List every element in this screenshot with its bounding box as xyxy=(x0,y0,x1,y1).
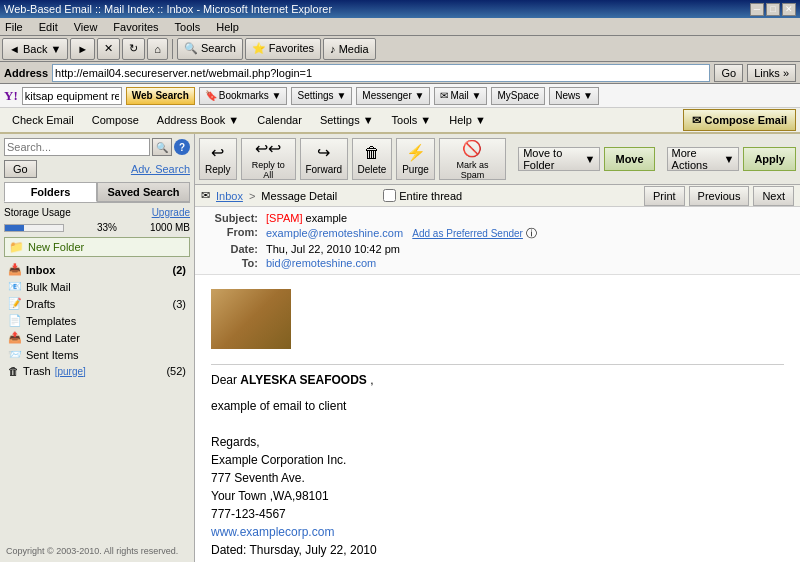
drafts-icon: 📝 xyxy=(8,297,22,310)
folders-tab[interactable]: Folders xyxy=(4,182,97,202)
new-folder-icon: 📁 xyxy=(9,240,24,254)
delete-button[interactable]: 🗑 Delete xyxy=(352,138,393,180)
myspace-button[interactable]: MySpace xyxy=(491,87,545,105)
forward-button[interactable]: ► xyxy=(70,38,95,60)
folder-item-drafts[interactable]: 📝 Drafts (3) xyxy=(4,295,190,312)
go-advsearch-row: Go Adv. Search xyxy=(4,160,190,178)
move-action-button[interactable]: Move xyxy=(604,147,654,171)
more-actions-dropdown[interactable]: More Actions ▼ xyxy=(667,147,740,171)
yahoo-web-search-button[interactable]: Web Search xyxy=(126,87,195,105)
bulk-mail-icon: 📧 xyxy=(8,280,22,293)
greeting-end: , xyxy=(370,373,373,387)
compose-button[interactable]: Compose xyxy=(84,109,147,131)
reply-all-icon: ↩↩ xyxy=(255,139,281,158)
inbox-breadcrumb-link[interactable]: Inbox xyxy=(216,190,243,202)
subject-label: Subject: xyxy=(203,212,258,224)
favorites-button[interactable]: ⭐ Favorites xyxy=(245,38,321,60)
menu-edit[interactable]: Edit xyxy=(36,20,61,34)
menu-help[interactable]: Help xyxy=(213,20,242,34)
title-bar: Web-Based Email :: Mail Index :: Inbox -… xyxy=(0,0,800,18)
compose-email-right-button[interactable]: ✉ Compose Email xyxy=(683,109,796,131)
entire-thread-checkbox[interactable] xyxy=(383,189,396,202)
mail-button[interactable]: ✉ Mail ▼ xyxy=(434,87,487,105)
check-email-button[interactable]: Check Email xyxy=(4,109,82,131)
window-controls: ─ □ ✕ xyxy=(750,3,796,16)
minimize-button[interactable]: ─ xyxy=(750,3,764,16)
menu-favorites[interactable]: Favorites xyxy=(110,20,161,34)
calendar-button[interactable]: Calendar xyxy=(249,109,310,131)
address-input[interactable] xyxy=(52,64,710,82)
email-toolbar: ↩ Reply ↩↩ Reply to All ↪ Forward 🗑 Dele… xyxy=(195,134,800,185)
settings-nav-button[interactable]: Settings ▼ xyxy=(312,109,382,131)
news-button[interactable]: News ▼ xyxy=(549,87,599,105)
menu-tools[interactable]: Tools xyxy=(172,20,204,34)
add-preferred-sender-link[interactable]: Add as Preferred Sender xyxy=(412,228,523,239)
bookmarks-button[interactable]: 🔖Bookmarks ▼ xyxy=(199,87,288,105)
reply-button[interactable]: ↩ Reply xyxy=(199,138,237,180)
info-icon: ⓘ xyxy=(526,227,537,239)
tools-nav-button[interactable]: Tools ▼ xyxy=(384,109,440,131)
drafts-label: Drafts xyxy=(26,298,55,310)
print-button[interactable]: Print xyxy=(644,186,685,206)
folder-item-trash[interactable]: 🗑 Trash [purge] (52) xyxy=(4,363,190,379)
reply-all-button[interactable]: ↩↩ Reply to All xyxy=(241,138,296,180)
sidebar-search-button[interactable]: 🔍 xyxy=(152,138,172,156)
new-folder-button[interactable]: 📁 New Folder xyxy=(4,237,190,257)
folder-item-inbox[interactable]: 📥 Inbox (2) xyxy=(4,261,190,278)
website-link[interactable]: www.examplecorp.com xyxy=(211,525,334,539)
messenger-button[interactable]: Messenger ▼ xyxy=(356,87,430,105)
phone-number: 777-123-4567 xyxy=(211,505,784,523)
folder-item-templates[interactable]: 📄 Templates xyxy=(4,312,190,329)
folder-tabs: Folders Saved Search xyxy=(4,182,190,203)
search-button[interactable]: 🔍 Search xyxy=(177,38,243,60)
divider xyxy=(211,364,784,365)
to-email-link[interactable]: bid@remoteshine.com xyxy=(266,257,376,269)
forward-button[interactable]: ↪ Forward xyxy=(300,138,348,180)
breadcrumb-current: Message Detail xyxy=(261,190,337,202)
next-button[interactable]: Next xyxy=(753,186,794,206)
folder-item-send-later[interactable]: 📤 Send Later xyxy=(4,329,190,346)
mail-icon: ✉ xyxy=(440,90,448,101)
main-area: 🔍 ? Go Adv. Search Folders Saved Search … xyxy=(0,134,800,562)
purge-link[interactable]: [purge] xyxy=(55,366,86,377)
storage-percent: 33% xyxy=(97,222,117,233)
folder-item-sent-items[interactable]: 📨 Sent Items xyxy=(4,346,190,363)
email-greeting: Dear ALYESKA SEAFOODS , xyxy=(211,371,784,389)
spam-icon: 🚫 xyxy=(462,139,482,158)
maximize-button[interactable]: □ xyxy=(766,3,780,16)
refresh-button[interactable]: ↻ xyxy=(122,38,145,60)
settings-button[interactable]: Settings ▼ xyxy=(291,87,352,105)
sidebar-go-button[interactable]: Go xyxy=(4,160,37,178)
back-button[interactable]: ◄ Back ▼ xyxy=(2,38,68,60)
purge-button[interactable]: ⚡ Purge xyxy=(396,138,435,180)
links-button[interactable]: Links » xyxy=(747,64,796,82)
storage-progress-fill xyxy=(5,225,24,231)
folder-item-bulk-mail[interactable]: 📧 Bulk Mail xyxy=(4,278,190,295)
home-button[interactable]: ⌂ xyxy=(147,38,168,60)
saved-search-tab[interactable]: Saved Search xyxy=(97,182,190,202)
new-folder-label: New Folder xyxy=(28,241,84,253)
go-button[interactable]: Go xyxy=(714,64,743,82)
help-icon[interactable]: ? xyxy=(174,139,190,155)
move-to-folder-dropdown[interactable]: Move to Folder ▼ xyxy=(518,147,600,171)
help-nav-button[interactable]: Help ▼ xyxy=(441,109,494,131)
menu-file[interactable]: File xyxy=(2,20,26,34)
mark-as-spam-button[interactable]: 🚫 Mark as Spam xyxy=(439,138,506,180)
drafts-count: (3) xyxy=(173,298,186,310)
print-prev-next-group: Print Previous Next xyxy=(644,186,794,206)
sidebar-search-input[interactable] xyxy=(4,138,150,156)
from-email-link[interactable]: example@remoteshine.com xyxy=(266,227,403,239)
yahoo-search-input[interactable] xyxy=(22,87,122,105)
upgrade-link[interactable]: Upgrade xyxy=(152,207,190,218)
address-book-button[interactable]: Address Book ▼ xyxy=(149,109,247,131)
apply-button[interactable]: Apply xyxy=(743,147,796,171)
advanced-search-link[interactable]: Adv. Search xyxy=(131,163,190,175)
company-line1: Example Corporation Inc. xyxy=(211,451,784,469)
menu-view[interactable]: View xyxy=(71,20,101,34)
email-headers: Subject: [SPAM] example From: example@re… xyxy=(195,207,800,275)
stop-button[interactable]: ✕ xyxy=(97,38,120,60)
subject-row: Subject: [SPAM] example xyxy=(203,211,792,225)
media-button[interactable]: ♪ Media xyxy=(323,38,376,60)
previous-button[interactable]: Previous xyxy=(689,186,750,206)
close-button[interactable]: ✕ xyxy=(782,3,796,16)
